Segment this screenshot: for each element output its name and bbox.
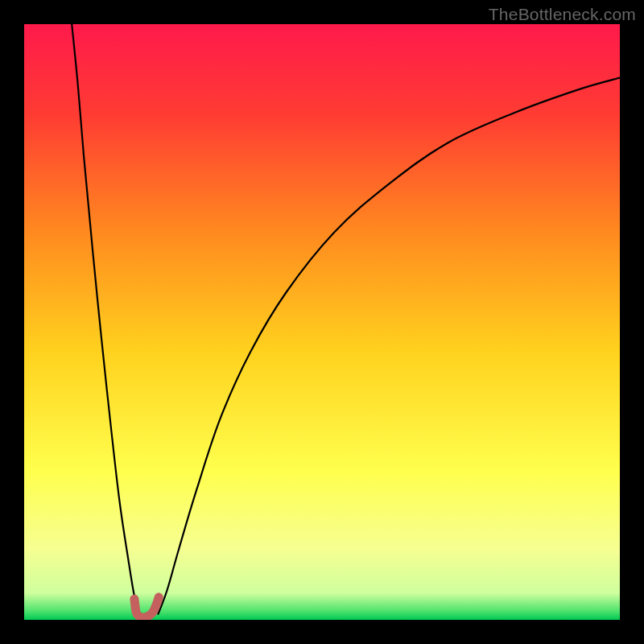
watermark-text: TheBottleneck.com [489,5,636,24]
curve-left-branch [72,24,139,614]
curve-right-branch [159,78,621,614]
curve-bottom-nub [134,597,159,617]
chart-curves [24,24,620,620]
plot-area [24,24,620,620]
chart-frame: TheBottleneck.com [0,0,644,644]
